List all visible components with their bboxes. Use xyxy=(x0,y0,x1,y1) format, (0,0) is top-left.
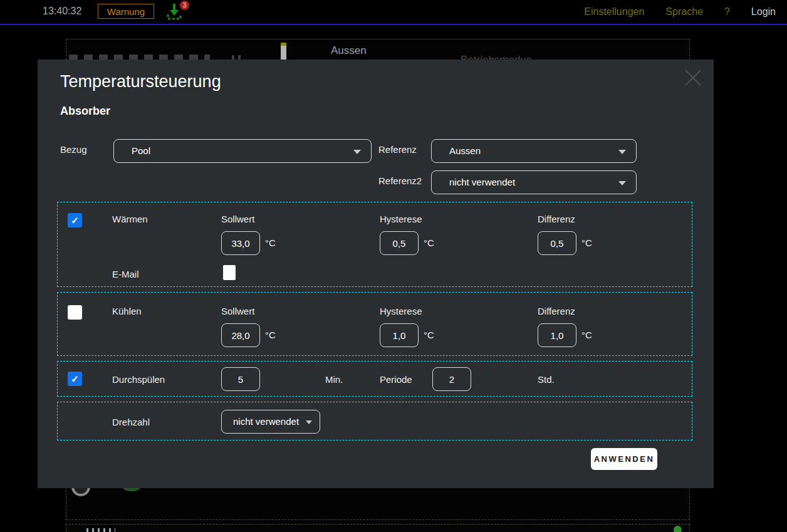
settings-link[interactable]: Einstellungen xyxy=(584,6,644,18)
heat-section: Wärmen Sollwert °C Hysterese °C Differen… xyxy=(57,202,692,287)
clock: 13:40:32 xyxy=(43,6,81,17)
background-text-sliver xyxy=(86,528,115,532)
cool-differenz-label: Differenz xyxy=(538,306,575,316)
chevron-down-icon xyxy=(306,420,312,424)
background-panel-lower xyxy=(66,524,690,532)
speed-section: Drehzahl nicht verwendet xyxy=(57,402,692,441)
flush-label: Durchspülen xyxy=(112,374,165,385)
warning-button[interactable]: Warnung xyxy=(98,4,154,19)
referenz2-value: nicht verwendet xyxy=(449,177,515,187)
top-bar: 13:40:32 Warnung 3 Einstellungen Sprache… xyxy=(0,0,787,25)
chevron-down-icon xyxy=(353,150,361,154)
background-heading-fragment xyxy=(69,55,210,60)
login-link[interactable]: Login xyxy=(751,6,776,18)
speed-label: Drehzahl xyxy=(112,417,150,427)
temperature-control-dialog: Temperatursteuerung Absorber Bezug Pool … xyxy=(38,60,714,488)
top-nav: Einstellungen Sprache ? Login xyxy=(584,0,776,24)
download-button[interactable]: 3 xyxy=(165,2,187,23)
referenz-value: Aussen xyxy=(449,145,481,156)
heat-differenz-label: Differenz xyxy=(538,214,575,224)
background-status-dot xyxy=(674,526,682,532)
heat-sollwert-input[interactable] xyxy=(221,231,260,255)
cool-checkbox[interactable] xyxy=(68,305,82,320)
apply-button[interactable]: ANWENDEN xyxy=(591,448,657,470)
cool-sollwert-input[interactable] xyxy=(221,323,260,347)
email-checkbox[interactable] xyxy=(223,265,236,280)
cool-hysterese-unit: °C xyxy=(424,330,434,340)
flush-checkbox[interactable] xyxy=(68,372,82,386)
speed-value: nicht verwendet xyxy=(233,416,299,427)
background-sensor-label: Aussen xyxy=(331,44,367,57)
speed-select[interactable]: nicht verwendet xyxy=(221,410,320,434)
heat-differenz-unit: °C xyxy=(581,237,592,248)
periode-unit: Std. xyxy=(538,374,555,385)
referenz-label: Referenz xyxy=(378,144,417,155)
cool-label: Kühlen xyxy=(112,306,142,316)
help-link[interactable]: ? xyxy=(724,6,730,18)
bezug-select[interactable]: Pool xyxy=(113,139,372,163)
bezug-value: Pool xyxy=(132,145,150,156)
heat-sollwert-label: Sollwert xyxy=(221,214,254,224)
dialog-subtitle: Absorber xyxy=(60,105,110,118)
chevron-down-icon xyxy=(618,181,626,185)
cool-hysterese-input[interactable] xyxy=(380,323,419,347)
heat-hysterese-input[interactable] xyxy=(380,231,419,255)
flush-section: Durchspülen Min. Periode Std. xyxy=(57,361,692,397)
cool-sollwert-unit: °C xyxy=(265,330,276,340)
cool-sollwert-label: Sollwert xyxy=(221,306,254,316)
bezug-label: Bezug xyxy=(60,144,87,155)
heat-checkbox[interactable] xyxy=(68,213,82,227)
dialog-title: Temperatursteuerung xyxy=(60,72,221,91)
email-label: E-Mail xyxy=(112,269,139,279)
chevron-down-icon xyxy=(618,150,626,154)
cool-hysterese-label: Hysterese xyxy=(380,306,422,316)
cool-section: Kühlen Sollwert °C Hysterese °C Differen… xyxy=(57,292,692,356)
periode-input[interactable] xyxy=(432,367,471,391)
close-icon[interactable] xyxy=(682,67,704,88)
language-link[interactable]: Sprache xyxy=(665,6,703,18)
heat-sollwert-unit: °C xyxy=(265,237,276,248)
referenz-select[interactable]: Aussen xyxy=(431,139,637,163)
cool-differenz-input[interactable] xyxy=(538,323,576,347)
background-text-fragment xyxy=(232,55,242,60)
flush-duration-input[interactable] xyxy=(221,367,260,391)
background-mode-fragment: Betriebsmodus xyxy=(461,55,548,60)
flush-duration-unit: Min. xyxy=(325,374,343,385)
referenz2-label: Referenz2 xyxy=(378,175,422,186)
referenz2-select[interactable]: nicht verwendet xyxy=(431,170,637,194)
cool-differenz-unit: °C xyxy=(581,330,592,340)
heat-label: Wärmen xyxy=(112,214,148,224)
download-badge: 3 xyxy=(180,1,189,10)
heat-hysterese-unit: °C xyxy=(424,237,434,248)
heat-differenz-input[interactable] xyxy=(538,231,576,255)
periode-label: Periode xyxy=(380,374,412,385)
heat-hysterese-label: Hysterese xyxy=(380,214,422,224)
